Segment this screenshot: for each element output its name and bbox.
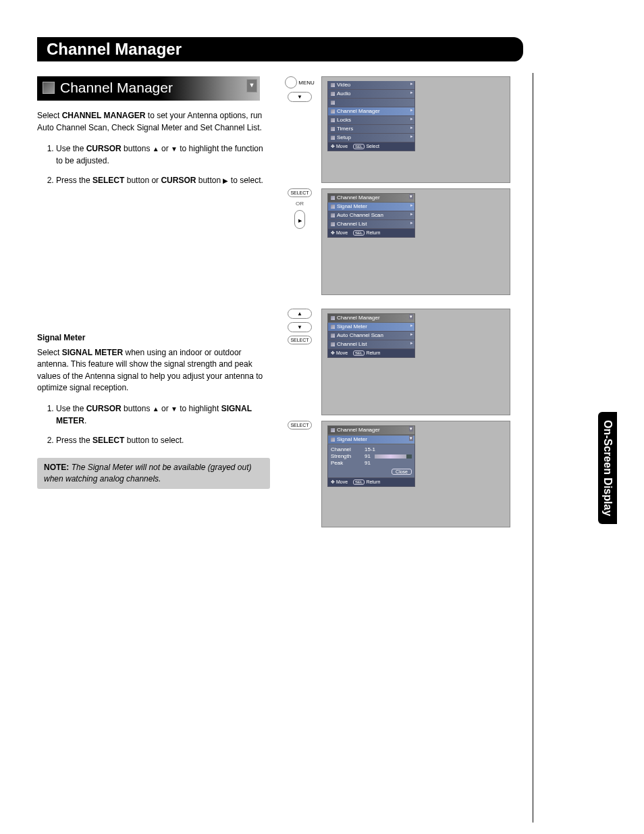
menu-item-timers[interactable]: Timers: [327, 125, 415, 134]
menu-footer: ✥ Move SEL Return: [327, 229, 415, 238]
signal-meter-heading: Signal Meter: [37, 332, 270, 344]
menu-label: MENU: [298, 80, 315, 86]
signal-meter-paragraph: Select SIGNAL METER when using an indoor…: [37, 347, 270, 394]
right-remote-button[interactable]: ▶: [294, 210, 305, 229]
select-remote-button[interactable]: SELECT: [288, 336, 312, 344]
step-2: Press the SELECT button to select.: [56, 435, 270, 446]
signal-detail-panel: Channel15-1 Strength91 Peak91 Close: [327, 444, 415, 478]
down-remote-button[interactable]: ▼: [288, 322, 312, 332]
note-box: NOTE: The Signal Meter will not be avail…: [37, 458, 270, 490]
signal-row-channel: Channel15-1: [331, 446, 412, 452]
intro-paragraph: Select CHANNEL MANAGER to set your Anten…: [37, 110, 270, 134]
menu-item-blank: [327, 99, 415, 107]
menu-footer: ✥ Move SEL Select: [327, 142, 415, 151]
steps-list-1: Use the CURSOR buttons ▲ or ▼ to highlig…: [37, 143, 270, 186]
up-arrow-icon: ▲: [153, 405, 159, 415]
right-column: MENU ▼ Video Audio Channel Manager Locks…: [282, 76, 603, 527]
menu-item-channel-manager[interactable]: Channel Manager: [327, 107, 415, 116]
close-button[interactable]: Close: [392, 469, 412, 475]
side-tab-on-screen-display: On-Screen Display: [598, 412, 617, 524]
osd-screen-channel-manager-2: Channel Manager Signal Meter Auto Channe…: [321, 309, 510, 415]
down-arrow-icon: ▼: [171, 145, 178, 155]
menu-item-video[interactable]: Video: [327, 81, 415, 90]
vertical-divider: [533, 73, 533, 823]
menu-footer: ✥ Move SEL Return: [327, 478, 415, 487]
osd-screen-channel-manager: Channel Manager Signal Meter Auto Channe…: [321, 188, 510, 295]
menu-item-audio[interactable]: Audio: [327, 90, 415, 99]
menu-item-auto-channel-scan[interactable]: Auto Channel Scan: [327, 211, 415, 220]
steps-list-2: Use the CURSOR buttons ▲ or ▼ to highlig…: [37, 403, 270, 446]
page-title: Channel Manager: [37, 37, 523, 61]
menu-item-setup[interactable]: Setup: [327, 134, 415, 142]
step-1: Use the CURSOR buttons ▲ or ▼ to highlig…: [56, 143, 270, 167]
menu-header-signal-meter: Signal Meter: [327, 435, 415, 444]
strength-bar: [375, 454, 412, 459]
select-remote-button[interactable]: SELECT: [288, 188, 312, 197]
subtitle-text: Channel Manager: [60, 78, 173, 98]
menu-button[interactable]: [285, 76, 297, 88]
step-2: Press the SELECT button or CURSOR button…: [56, 175, 270, 186]
section-subtitle-bar: Channel Manager ▼: [37, 76, 260, 101]
menu-item-channel-list[interactable]: Channel List: [327, 340, 415, 349]
menu-item-auto-channel-scan[interactable]: Auto Channel Scan: [327, 332, 415, 340]
or-label: OR: [296, 201, 304, 207]
down-arrow-icon: ▼: [171, 405, 178, 415]
signal-row-peak: Peak91: [331, 460, 412, 466]
down-remote-button[interactable]: ▼: [288, 92, 312, 102]
up-arrow-icon: ▲: [153, 145, 159, 155]
square-icon: [43, 82, 55, 94]
menu-item-channel-list[interactable]: Channel List: [327, 220, 415, 229]
step-1: Use the CURSOR buttons ▲ or ▼ to highlig…: [56, 403, 270, 427]
osd-screen-main-menu: Video Audio Channel Manager Locks Timers…: [321, 76, 510, 183]
menu-footer: ✥ Move SEL Return: [327, 349, 415, 358]
menu-header-channel-manager: Channel Manager: [327, 313, 415, 323]
menu-header-channel-manager: Channel Manager: [327, 425, 415, 435]
menu-item-locks[interactable]: Locks: [327, 116, 415, 125]
menu-header-channel-manager: Channel Manager: [327, 193, 415, 203]
select-remote-button[interactable]: SELECT: [288, 421, 312, 429]
menu-item-signal-meter[interactable]: Signal Meter: [327, 203, 415, 211]
left-column: Channel Manager ▼ Select CHANNEL MANAGER…: [37, 76, 270, 527]
signal-row-strength: Strength91: [331, 453, 412, 459]
osd-screen-signal-meter: Channel Manager Signal Meter Channel15-1…: [321, 421, 510, 527]
dropdown-icon: ▼: [246, 79, 257, 93]
up-remote-button[interactable]: ▲: [288, 309, 312, 319]
menu-item-signal-meter[interactable]: Signal Meter: [327, 323, 415, 332]
